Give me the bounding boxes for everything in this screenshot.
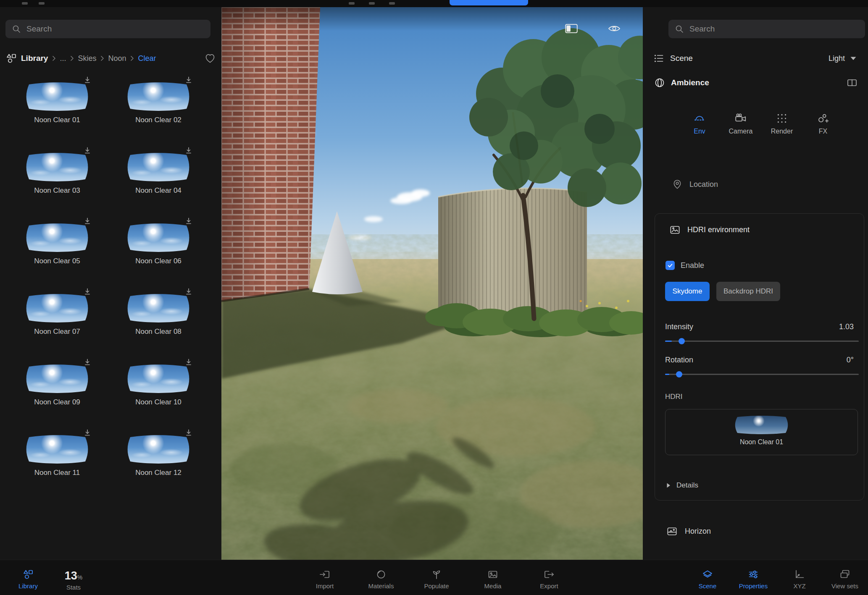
library-panel: Library ... Skies Noon Clear Noon Clear … xyxy=(0,7,221,560)
tab-env[interactable]: Env xyxy=(679,112,720,147)
viewport-3d[interactable] xyxy=(221,7,643,560)
library-icon xyxy=(22,569,34,580)
download-icon[interactable] xyxy=(184,146,193,155)
sky-item[interactable]: Noon Clear 10 xyxy=(126,363,191,406)
download-icon[interactable] xyxy=(83,428,92,437)
bottom-toolbar: Library 13% Stats Import Materials Popu xyxy=(0,560,868,595)
breadcrumb-current[interactable]: Clear xyxy=(138,54,156,63)
hdri-environment-card: HDRI environment Enable Skydome Backdrop… xyxy=(655,213,864,501)
stats-indicator[interactable]: 13% Stats xyxy=(65,569,83,591)
tab-label: Camera xyxy=(729,128,753,135)
nav-view-sets[interactable]: View sets xyxy=(822,569,868,590)
ambience-title: Ambience xyxy=(671,78,709,87)
enable-checkbox[interactable] xyxy=(665,261,675,270)
sky-item[interactable]: Noon Clear 06 xyxy=(126,222,191,265)
hdri-selected-thumbnail[interactable] xyxy=(734,415,789,435)
sky-thumbnail[interactable] xyxy=(126,293,191,324)
intensity-slider-knob[interactable] xyxy=(679,338,685,344)
download-icon[interactable] xyxy=(184,76,193,84)
visibility-eye-icon[interactable] xyxy=(606,20,623,37)
nav-label: Populate xyxy=(413,582,460,590)
sky-thumbnail[interactable] xyxy=(25,434,89,465)
scene-mode-value[interactable]: Light xyxy=(829,54,845,63)
sky-thumbnail[interactable] xyxy=(25,222,89,253)
hdri-selector[interactable]: Noon Clear 01 xyxy=(665,409,858,455)
download-icon[interactable] xyxy=(83,287,92,296)
sky-thumbnail[interactable] xyxy=(25,293,89,324)
rotation-slider[interactable] xyxy=(665,374,859,375)
skydome-button[interactable]: Skydome xyxy=(665,282,710,301)
download-icon[interactable] xyxy=(184,428,193,437)
nav-xyz[interactable]: XYZ xyxy=(776,569,823,590)
sky-item[interactable]: Noon Clear 08 xyxy=(126,293,191,336)
sky-label: Noon Clear 01 xyxy=(25,116,89,124)
sky-label: Noon Clear 04 xyxy=(126,186,191,195)
library-search[interactable] xyxy=(5,20,210,38)
favorite-heart-icon[interactable] xyxy=(204,52,216,64)
camera-icon xyxy=(734,112,747,125)
backdrop-hdri-button[interactable]: Backdrop HDRI xyxy=(716,282,780,301)
sky-thumbnail[interactable] xyxy=(126,152,191,183)
download-icon[interactable] xyxy=(83,76,92,84)
chevron-right-icon xyxy=(70,55,74,61)
sky-item[interactable]: Noon Clear 11 xyxy=(25,434,89,477)
download-icon[interactable] xyxy=(184,217,193,225)
sky-item[interactable]: Noon Clear 02 xyxy=(126,81,191,124)
sky-thumbnail[interactable] xyxy=(126,81,191,112)
properties-sliders-icon xyxy=(747,569,759,580)
nav-properties[interactable]: Properties xyxy=(730,569,776,590)
rotation-value: 0° xyxy=(847,356,854,364)
sky-thumbnail[interactable] xyxy=(25,363,89,394)
tab-camera[interactable]: Camera xyxy=(720,112,761,147)
chevron-right-icon xyxy=(130,55,134,61)
horizon-row[interactable]: Horizon xyxy=(666,524,711,539)
intensity-slider[interactable] xyxy=(665,341,859,342)
primary-action-button-partial[interactable] xyxy=(450,0,528,5)
nav-export[interactable]: Export xyxy=(526,569,572,590)
nav-populate[interactable]: Populate xyxy=(413,569,460,590)
scene-row: Scene Light xyxy=(653,51,858,66)
sky-item[interactable]: Noon Clear 03 xyxy=(25,152,89,195)
nav-media[interactable]: Media xyxy=(470,569,516,590)
breadcrumb-item-skies[interactable]: Skies xyxy=(78,54,96,63)
tab-fx[interactable]: FX xyxy=(802,112,844,147)
download-icon[interactable] xyxy=(184,358,193,366)
sky-item[interactable]: Noon Clear 07 xyxy=(25,293,89,336)
sky-thumbnail[interactable] xyxy=(25,81,89,112)
search-input[interactable] xyxy=(26,24,204,34)
sky-item[interactable]: Noon Clear 05 xyxy=(25,222,89,265)
toolbar-icon xyxy=(349,2,355,5)
rotation-slider-knob[interactable] xyxy=(676,371,682,377)
location-row[interactable]: Location xyxy=(672,176,718,193)
breadcrumb-item-noon[interactable]: Noon xyxy=(108,54,126,63)
nav-scene[interactable]: Scene xyxy=(684,569,731,590)
sky-item[interactable]: Noon Clear 04 xyxy=(126,152,191,195)
details-row[interactable]: Details xyxy=(667,479,698,492)
nav-library[interactable]: Library xyxy=(5,569,51,590)
sky-thumbnail[interactable] xyxy=(126,434,191,465)
sky-item[interactable]: Noon Clear 01 xyxy=(25,81,89,124)
scene-layers-icon xyxy=(702,569,713,580)
nav-import[interactable]: Import xyxy=(302,569,348,590)
tab-render[interactable]: Render xyxy=(761,112,802,147)
sky-thumbnail[interactable] xyxy=(25,152,89,183)
search-input[interactable] xyxy=(689,24,859,34)
chevron-down-icon[interactable] xyxy=(850,57,856,60)
breadcrumb-ellipsis[interactable]: ... xyxy=(60,54,66,63)
panel-toggle-icon[interactable] xyxy=(563,20,580,37)
populate-plant-icon xyxy=(431,569,442,580)
download-icon[interactable] xyxy=(83,217,92,225)
sky-thumbnail[interactable] xyxy=(126,363,191,394)
sky-item[interactable]: Noon Clear 12 xyxy=(126,434,191,477)
download-icon[interactable] xyxy=(83,358,92,366)
nav-materials[interactable]: Materials xyxy=(358,569,404,590)
download-icon[interactable] xyxy=(184,287,193,296)
scene-search[interactable] xyxy=(668,20,865,38)
sky-item[interactable]: Noon Clear 09 xyxy=(25,363,89,406)
split-pane-icon[interactable] xyxy=(846,77,858,89)
ambience-header: Ambience xyxy=(654,74,858,91)
sky-thumbnail[interactable] xyxy=(126,222,191,253)
breadcrumb-root[interactable]: Library xyxy=(21,54,48,63)
scene-list-icon[interactable] xyxy=(653,52,665,64)
download-icon[interactable] xyxy=(83,146,92,155)
